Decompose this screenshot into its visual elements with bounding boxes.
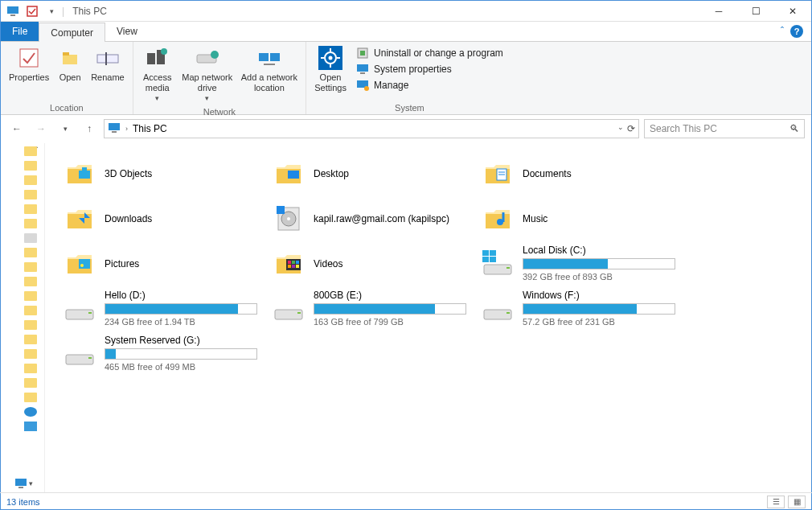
svg-rect-5 <box>63 52 69 56</box>
drive-icon <box>64 338 96 370</box>
capacity-bar <box>314 303 466 315</box>
system-properties-button[interactable]: System properties <box>356 63 503 76</box>
properties-button[interactable]: Properties <box>6 43 52 84</box>
folder-item[interactable]: 3D Objects <box>61 151 270 196</box>
svg-rect-24 <box>360 51 365 56</box>
folder-item[interactable]: Downloads <box>61 196 270 241</box>
item-name: Desktop <box>314 168 349 180</box>
folder-item[interactable]: Music <box>479 196 688 241</box>
rename-button[interactable]: Rename <box>88 43 128 84</box>
map-network-drive-button[interactable]: Map network drive▾ <box>178 43 236 105</box>
folder-icon <box>64 203 96 235</box>
up-button[interactable]: ↑ <box>80 119 99 138</box>
drive-item[interactable]: Windows (F:)57.2 GB free of 231 GB <box>479 286 688 331</box>
svg-rect-55 <box>482 257 489 262</box>
open-button[interactable]: Open <box>54 43 86 84</box>
svg-rect-3 <box>20 49 38 67</box>
free-space: 392 GB free of 893 GB <box>523 271 675 283</box>
qat-dropdown-icon[interactable]: ▾ <box>43 2 60 20</box>
nav-pane-dropdown[interactable]: ▾ <box>14 478 33 489</box>
svg-point-12 <box>211 51 219 59</box>
folder-item[interactable]: Videos <box>270 241 479 286</box>
this-pc-nav-icon <box>24 422 37 431</box>
drive-item[interactable]: System Reserved (G:)465 MB free of 499 M… <box>61 331 270 376</box>
svg-rect-30 <box>112 131 117 133</box>
folder-icon <box>64 248 96 280</box>
svg-rect-2 <box>27 6 37 16</box>
capacity-bar <box>523 303 675 315</box>
chevron-right-icon[interactable]: › <box>125 125 128 133</box>
manage-button[interactable]: Manage <box>356 79 503 92</box>
svg-rect-48 <box>292 261 295 264</box>
tab-computer[interactable]: Computer <box>39 23 105 42</box>
window-title: This PC <box>72 6 107 17</box>
group-location-label: Location <box>6 101 128 114</box>
access-media-button[interactable]: Access media▾ <box>138 43 177 105</box>
svg-rect-61 <box>275 310 302 319</box>
svg-rect-44 <box>79 259 90 269</box>
svg-rect-51 <box>292 265 295 268</box>
ribbon-tabs: File Computer View ˆ ? <box>1 22 811 41</box>
pc-icon <box>108 122 121 135</box>
details-view-button[interactable]: ☰ <box>767 496 785 508</box>
uninstall-program-button[interactable]: Uninstall or change a program <box>356 47 503 60</box>
svg-rect-59 <box>66 310 93 319</box>
minimize-button[interactable]: ─ <box>700 1 737 22</box>
folder-item[interactable]: Desktop <box>270 151 479 196</box>
drive-item[interactable]: 800GB (E:)163 GB free of 799 GB <box>270 286 479 331</box>
system-properties-icon <box>356 63 369 76</box>
group-network-label: Network <box>138 105 301 118</box>
recent-dropdown[interactable]: ▾ <box>55 119 75 138</box>
quick-access-toolbar: ▾ | <box>1 2 68 20</box>
svg-rect-1 <box>10 14 15 16</box>
item-count: 13 items <box>6 497 40 507</box>
item-name: Local Disk (C:) <box>523 245 675 257</box>
content-area[interactable]: 3D ObjectsDesktopDocumentsDownloadskapil… <box>45 143 812 492</box>
tab-file[interactable]: File <box>1 22 39 41</box>
svg-rect-25 <box>357 64 368 72</box>
address-bar[interactable]: › This PC ⌄ ⟳ <box>104 119 639 138</box>
group-system: Open Settings Uninstall or change a prog… <box>306 42 513 114</box>
folder-item[interactable]: kapil.raw@gmail.com (kapilspc) <box>270 196 479 241</box>
open-settings-button[interactable]: Open Settings <box>311 43 350 95</box>
forward-button[interactable]: → <box>31 119 51 138</box>
tab-view[interactable]: View <box>105 22 149 41</box>
navigation-pane[interactable]: ˆ ▾ <box>0 143 45 492</box>
help-icon[interactable]: ? <box>790 25 803 38</box>
folder-item[interactable]: Pictures <box>61 241 270 286</box>
search-input[interactable]: Search This PC 🔍︎ <box>644 119 805 138</box>
svg-rect-13 <box>259 53 269 61</box>
svg-rect-14 <box>270 53 280 61</box>
search-icon[interactable]: 🔍︎ <box>789 123 799 134</box>
item-name: Videos <box>314 258 342 270</box>
svg-rect-50 <box>288 265 291 268</box>
settings-gear-icon <box>318 45 343 71</box>
svg-rect-31 <box>15 479 27 486</box>
breadcrumb[interactable]: This PC <box>133 123 167 134</box>
item-name: System Reserved (G:) <box>105 335 257 347</box>
folder-item[interactable]: Documents <box>479 151 688 196</box>
back-button[interactable]: ← <box>7 119 27 138</box>
folder-icon <box>273 248 306 280</box>
item-name: Hello (D:) <box>105 290 257 302</box>
svg-rect-47 <box>288 261 291 264</box>
svg-rect-6 <box>97 55 118 63</box>
svg-rect-64 <box>506 312 510 314</box>
add-network-location-button[interactable]: Add a network location <box>238 43 301 95</box>
folder-icon <box>64 158 96 190</box>
svg-rect-49 <box>296 261 299 264</box>
refresh-icon[interactable]: ⟳ <box>627 123 635 134</box>
tiles-view-button[interactable]: ▦ <box>788 496 806 508</box>
drive-icon <box>273 293 306 325</box>
title-bar: ▾ | This PC ─ ☐ ✕ <box>1 1 811 22</box>
drive-item[interactable]: Local Disk (C:)392 GB free of 893 GB <box>479 241 688 286</box>
address-dropdown-icon[interactable]: ⌄ <box>617 123 624 134</box>
svg-point-10 <box>161 48 167 55</box>
properties-qat-icon[interactable] <box>23 2 41 20</box>
pc-icon[interactable] <box>4 2 22 20</box>
collapse-ribbon-icon[interactable]: ˆ <box>781 26 784 37</box>
drive-item[interactable]: Hello (D:)234 GB free of 1.94 TB <box>61 286 270 331</box>
close-button[interactable]: ✕ <box>774 1 811 22</box>
maximize-button[interactable]: ☐ <box>737 1 774 22</box>
capacity-bar <box>523 258 675 269</box>
